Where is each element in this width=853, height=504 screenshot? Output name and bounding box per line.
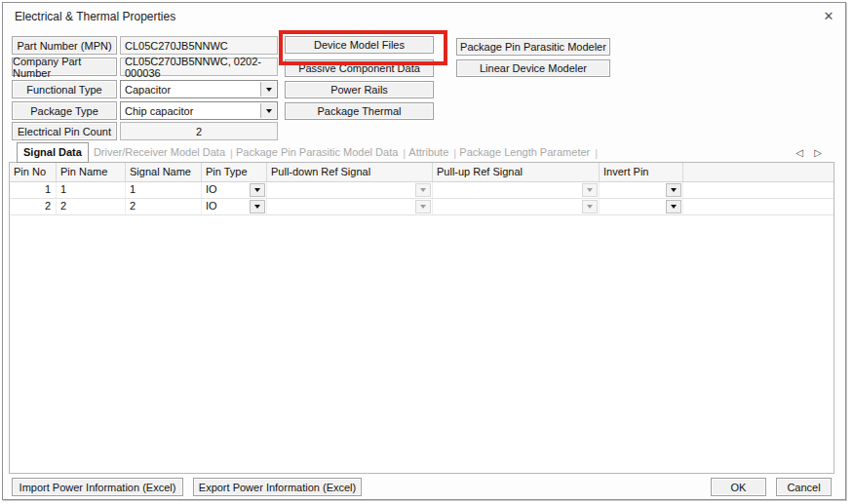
import-power-information-button[interactable]: Import Power Information (Excel) [12,478,183,496]
column-header-pin-type: Pin Type [202,163,267,181]
cancel-button[interactable]: Cancel [776,478,832,496]
tab-package-length-parameter[interactable]: Package Length Parameter [454,143,595,162]
passive-component-data-button[interactable]: Passive Component Data [285,59,434,77]
linear-device-modeler-label: Linear Device Modeler [480,62,587,74]
part-number-field[interactable]: CL05C270JB5NNWC [120,36,278,55]
chevron-down-icon [587,205,593,209]
company-part-number-value: CL05C270JB5NNWC, 0202-000036 [125,56,277,79]
close-icon[interactable]: ✕ [820,7,837,24]
invert-pin-dropdown-button[interactable] [666,200,681,213]
electrical-pin-count-field: 2 [120,122,278,140]
table-row: 1 1 1 IO [10,182,834,199]
functional-type-value: Capacitor [125,84,171,96]
chevron-down-icon [266,88,272,92]
power-rails-button[interactable]: Power Rails [285,81,434,98]
signal-data-panel: Pin No Pin Name Signal Name Pin Type Pul… [9,162,834,474]
electrical-pin-count-label: Electrical Pin Count [18,126,111,137]
pull-up-dropdown-button-disabled [582,200,598,213]
tab-scroll-left-icon[interactable]: ◁ [795,147,803,159]
chevron-down-icon [671,205,677,209]
column-header-signal-name: Signal Name [126,163,202,181]
package-thermal-button[interactable]: Package Thermal [285,102,434,120]
cell-pin-type-combobox[interactable]: IO [202,199,267,214]
cell-filler [683,199,834,214]
electrical-pin-count-label-button[interactable]: Electrical Pin Count [12,122,117,140]
table-row: 2 2 2 IO [10,199,834,215]
tab-bar: Signal Data Driver/Receiver Model Data| … [17,142,596,163]
passive-component-data-label: Passive Component Data [298,62,420,74]
tab-signal-data[interactable]: Signal Data [17,142,89,163]
ok-label: OK [731,482,747,493]
linear-device-modeler-button[interactable]: Linear Device Modeler [456,59,610,77]
tab-scroll-right-icon[interactable]: ▷ [814,147,822,159]
tab-driver-receiver-model-data[interactable]: Driver/Receiver Model Data [89,143,230,162]
cell-pull-down-ref-signal-combobox [267,182,433,198]
package-type-value: Chip capacitor [125,105,193,117]
cancel-label: Cancel [787,482,820,493]
tab-attribute[interactable]: Attribute [404,143,453,162]
column-header-pull-up-ref-signal: Pull-up Ref Signal [433,163,600,181]
pull-down-dropdown-button-disabled [415,183,431,197]
tab-separator: | [595,147,596,159]
pin-type-dropdown-button[interactable] [250,183,265,197]
cell-pull-down-ref-signal-combobox [267,199,433,214]
cell-pin-no: 2 [10,199,57,214]
cell-pin-no: 1 [10,182,57,198]
device-model-files-button[interactable]: Device Model Files [285,36,434,54]
part-number-label-button[interactable]: Part Number (MPN) [12,36,117,55]
column-header-invert-pin: Invert Pin [600,163,683,181]
invert-pin-dropdown-button[interactable] [666,183,681,197]
part-number-value: CL05C270JB5NNWC [125,40,228,52]
chevron-down-icon [266,109,272,113]
company-part-number-field[interactable]: CL05C270JB5NNWC, 0202-000036 [120,58,278,76]
electrical-thermal-properties-dialog: Electrical & Thermal Properties ✕ Part N… [2,2,846,500]
pull-up-dropdown-button-disabled [582,183,598,197]
chevron-down-icon [254,188,260,192]
part-number-label: Part Number (MPN) [17,40,111,52]
package-type-label: Package Type [30,105,98,117]
cell-pull-up-ref-signal-combobox [433,182,600,198]
cell-pin-name[interactable]: 1 [57,182,126,198]
dialog-title: Electrical & Thermal Properties [15,10,175,23]
chevron-down-icon [420,188,426,192]
functional-type-dropdown-button[interactable] [260,82,276,97]
pin-type-value: IO [206,183,217,195]
package-pin-parasitic-modeler-button[interactable]: Package Pin Parasitic Modeler [456,38,610,56]
chevron-down-icon [254,205,260,209]
functional-type-label: Functional Type [26,84,101,96]
column-header-filler [683,163,834,181]
package-type-label-button[interactable]: Package Type [12,101,117,120]
package-thermal-label: Package Thermal [317,105,401,117]
tab-package-pin-parasitic-model-data[interactable]: Package Pin Parasitic Model Data [231,143,403,162]
company-part-number-label-button[interactable]: Company Part Number [12,58,117,76]
cell-pin-type-combobox[interactable]: IO [202,182,267,198]
chevron-down-icon [671,188,677,192]
export-power-information-label: Export Power Information (Excel) [199,482,356,493]
column-header-pin-name: Pin Name [57,163,126,181]
tab-signal-data-label: Signal Data [23,146,82,158]
cell-signal-name[interactable]: 1 [126,182,202,198]
cell-pull-up-ref-signal-combobox [433,199,600,214]
cell-invert-pin-combobox[interactable] [600,199,683,214]
cell-signal-name[interactable]: 2 [126,199,202,214]
package-pin-parasitic-modeler-label: Package Pin Parasitic Modeler [460,41,606,53]
ok-button[interactable]: OK [711,478,766,496]
company-part-number-label: Company Part Number [13,56,116,79]
column-header-pin-no: Pin No [10,163,57,181]
pull-down-dropdown-button-disabled [415,200,431,213]
cell-filler [683,182,834,198]
table-header-row: Pin No Pin Name Signal Name Pin Type Pul… [10,163,834,182]
pin-type-value: IO [206,200,217,212]
package-type-combobox[interactable]: Chip capacitor [120,101,278,120]
chevron-down-icon [420,205,426,209]
export-power-information-button[interactable]: Export Power Information (Excel) [193,478,362,496]
functional-type-combobox[interactable]: Capacitor [120,80,278,98]
chevron-down-icon [587,188,593,192]
package-type-dropdown-button[interactable] [260,103,276,118]
pin-type-dropdown-button[interactable] [250,200,265,213]
cell-invert-pin-combobox[interactable] [600,182,683,198]
device-model-files-label: Device Model Files [314,39,405,51]
cell-pin-name[interactable]: 2 [57,199,126,214]
functional-type-label-button[interactable]: Functional Type [12,80,117,98]
import-power-information-label: Import Power Information (Excel) [19,482,176,493]
